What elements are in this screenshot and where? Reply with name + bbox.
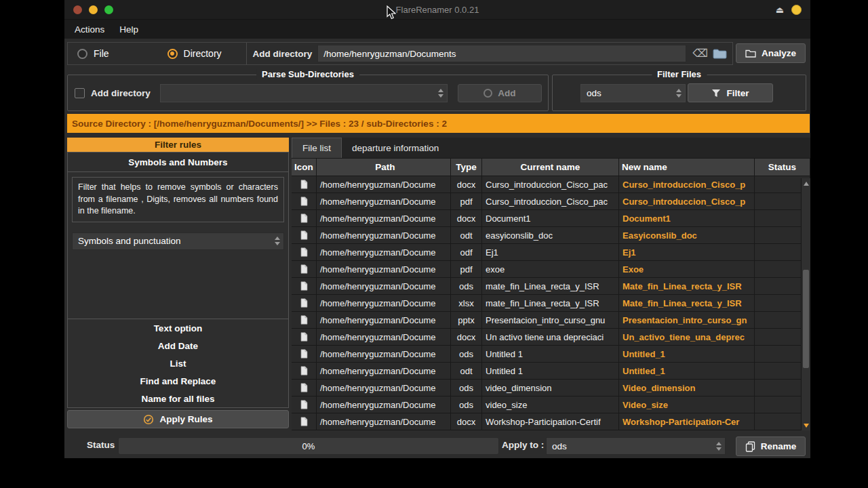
document-icon xyxy=(300,214,308,223)
current-name-cell: Ej1 xyxy=(482,244,619,260)
new-name-cell: Video_dimension xyxy=(619,380,755,396)
current-name-cell: Untitled 1 xyxy=(482,346,619,362)
table-row[interactable]: /home/henryguzman/Docume ods video_size … xyxy=(292,396,810,413)
type-cell: ods xyxy=(451,278,482,294)
rule-option[interactable]: Add Date xyxy=(68,337,288,354)
new-name-cell: Ej1 xyxy=(619,244,755,260)
column-status[interactable]: Status xyxy=(755,159,810,176)
radio-directory[interactable]: Directory xyxy=(167,48,222,59)
titlebar[interactable]: FlareRenamer 0.0.21 ⏏ xyxy=(64,0,810,20)
rename-button[interactable]: Rename xyxy=(736,436,806,456)
scroll-up-icon[interactable] xyxy=(804,182,809,186)
directory-path-input[interactable] xyxy=(317,45,686,62)
maximize-button[interactable] xyxy=(104,5,113,14)
column-current-name[interactable]: Current name xyxy=(482,159,619,176)
apply-to-combo[interactable]: ods xyxy=(546,437,726,455)
type-cell: odf xyxy=(451,244,482,260)
column-path[interactable]: Path xyxy=(317,159,451,176)
column-new-name[interactable]: New name xyxy=(619,159,755,176)
path-cell: /home/henryguzman/Docume xyxy=(317,210,451,226)
menu-help[interactable]: Help xyxy=(119,24,138,35)
browse-folder-icon[interactable] xyxy=(713,48,727,59)
filter-extension-combo[interactable]: ods xyxy=(580,84,686,102)
document-icon xyxy=(300,332,308,342)
table-row[interactable]: /home/henryguzman/Docume docx Curso_intr… xyxy=(292,176,810,193)
table-row[interactable]: /home/henryguzman/Docume odf Ej1 Ej1 xyxy=(292,244,810,261)
path-cell: /home/henryguzman/Docume xyxy=(317,329,451,345)
tab-file-list[interactable]: File list xyxy=(292,138,342,158)
path-cell: /home/henryguzman/Docume xyxy=(317,278,451,294)
document-icon xyxy=(300,366,308,375)
combo-arrows-icon[interactable] xyxy=(676,85,682,102)
close-button[interactable] xyxy=(73,5,82,14)
file-icon-cell xyxy=(292,396,317,413)
document-icon xyxy=(300,417,308,426)
table-row[interactable]: /home/henryguzman/Docume ods Untitled 1 … xyxy=(292,346,810,363)
new-name-cell: Document1 xyxy=(619,210,755,226)
vertical-scrollbar[interactable] xyxy=(801,178,810,430)
table-row[interactable]: /home/henryguzman/Docume pdf Curso_intro… xyxy=(292,193,810,210)
analyze-button[interactable]: Analyze xyxy=(736,43,806,63)
parse-subdirectories-group: Parse Sub-Directories Add directory Add xyxy=(67,75,549,111)
type-cell: ods xyxy=(451,380,482,396)
file-icon-cell xyxy=(292,380,317,396)
dropdown-arrows-icon[interactable] xyxy=(275,233,280,249)
subdirectory-spinner[interactable] xyxy=(160,84,448,102)
current-name-cell: Workshop-Participation-Certif xyxy=(482,413,619,430)
current-name-cell: exoe xyxy=(482,261,619,277)
table-row[interactable]: /home/henryguzman/Docume docx Document1 … xyxy=(292,210,810,227)
filter-button[interactable]: Filter xyxy=(688,83,773,102)
file-icon-cell xyxy=(292,413,317,430)
radio-file[interactable]: File xyxy=(77,48,109,59)
table-row[interactable]: /home/henryguzman/Docume pptx Presentaci… xyxy=(292,312,810,329)
table-row[interactable]: /home/henryguzman/Docume docx Un activo … xyxy=(292,329,810,346)
file-icon-cell xyxy=(292,278,317,294)
file-table-body: /home/henryguzman/Docume docx Curso_intr… xyxy=(292,176,810,430)
table-row[interactable]: /home/henryguzman/Docume xlsx mate_fin_L… xyxy=(292,295,810,312)
type-cell: xlsx xyxy=(451,295,482,311)
column-type[interactable]: Type xyxy=(451,159,482,176)
table-row[interactable]: /home/henryguzman/Docume pdf exoe Exoe xyxy=(292,261,810,278)
clear-input-icon[interactable]: ⌫ xyxy=(692,48,708,59)
add-button[interactable]: Add xyxy=(458,84,542,102)
combo-arrows-icon[interactable] xyxy=(716,438,722,454)
menu-actions[interactable]: Actions xyxy=(75,24,104,35)
new-name-cell: Curso_introduccion_Cisco_p xyxy=(619,176,755,192)
new-name-cell: Mate_fin_Linea_recta_y_ISR xyxy=(619,295,755,311)
funnel-icon xyxy=(711,89,721,98)
status-label: Status xyxy=(87,440,115,450)
current-name-cell: Curso_introduccion_Cisco_pac xyxy=(482,176,619,192)
spinner-arrows-icon[interactable] xyxy=(438,85,443,102)
table-row[interactable]: /home/henryguzman/Docume odt easyiconsli… xyxy=(292,227,810,244)
scroll-down-icon[interactable] xyxy=(804,424,809,428)
table-row[interactable]: /home/henryguzman/Docume odt Untitled 1 … xyxy=(292,363,810,380)
rule-option[interactable]: Find and Replace xyxy=(68,372,288,390)
user-avatar-icon[interactable] xyxy=(791,5,802,15)
filter-rules-header: Filter rules xyxy=(67,138,289,152)
add-directory-checkbox-label: Add directory xyxy=(91,88,151,98)
rule-option[interactable]: Text option xyxy=(68,319,288,337)
minimize-button[interactable] xyxy=(89,5,98,14)
rule-option[interactable]: Name for all files xyxy=(68,390,288,407)
new-name-cell: Workshop-Participation-Cer xyxy=(619,413,755,430)
document-icon xyxy=(300,298,308,308)
new-name-cell: Curso_introduccion_Cisco_p xyxy=(619,193,755,209)
main-area: File list departure information Icon Pat… xyxy=(292,138,810,430)
column-icon[interactable]: Icon xyxy=(292,159,317,176)
table-row[interactable]: /home/henryguzman/Docume ods video_dimen… xyxy=(292,380,810,396)
rule-option[interactable]: List xyxy=(68,354,288,372)
app-window: FlareRenamer 0.0.21 ⏏ Actions Help File … xyxy=(64,0,810,458)
symbols-dropdown[interactable]: Symbols and punctuation xyxy=(72,232,284,250)
path-cell: /home/henryguzman/Docume xyxy=(317,312,451,328)
add-directory-checkbox[interactable] xyxy=(75,88,85,98)
path-cell: /home/henryguzman/Docume xyxy=(317,396,451,413)
path-cell: /home/henryguzman/Docume xyxy=(317,261,451,277)
file-icon-cell xyxy=(292,312,317,328)
tab-departure-information[interactable]: departure information xyxy=(342,138,449,158)
scrollbar-thumb[interactable] xyxy=(803,270,809,368)
path-cell: /home/henryguzman/Docume xyxy=(317,346,451,362)
table-row[interactable]: /home/henryguzman/Docume ods mate_fin_Li… xyxy=(292,278,810,295)
table-row[interactable]: /home/henryguzman/Docume docx Workshop-P… xyxy=(292,413,810,430)
apply-rules-button[interactable]: Apply Rules xyxy=(67,410,289,428)
eject-icon[interactable]: ⏏ xyxy=(776,5,784,14)
